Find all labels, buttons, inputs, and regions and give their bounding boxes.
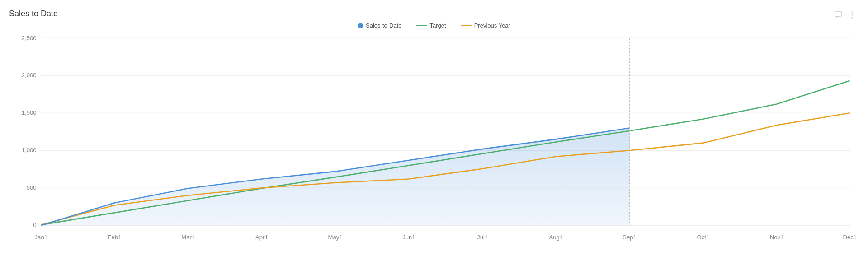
legend: Sales-to-Date Target Previous Year [9, 22, 859, 29]
y-label-2500: 2,500 [22, 34, 37, 41]
legend-line-target [416, 25, 427, 26]
y-label-1500: 1,500 [22, 109, 37, 116]
x-label-may: May1 [328, 234, 343, 241]
x-label-sep: Sep1 [623, 234, 637, 241]
x-label-oct: Oct1 [697, 234, 709, 241]
legend-prev: Previous Year [461, 22, 510, 29]
x-label-jan: Jan1 [35, 234, 47, 241]
x-label-dec: Dec1 [843, 234, 857, 241]
legend-label-sales: Sales-to-Date [366, 22, 401, 29]
chart-container: Sales to Date Sales-to-Date Target [0, 0, 868, 265]
svg-point-1 [852, 12, 853, 13]
y-label-0: 0 [33, 222, 36, 228]
y-label-1000: 1,000 [22, 147, 37, 153]
chart-svg: 2,500 2,000 1,500 1,000 500 0 Jan1 Feb1 … [9, 33, 859, 249]
x-label-nov: Nov1 [770, 234, 784, 241]
x-label-mar: Mar1 [181, 234, 195, 241]
legend-target: Target [416, 22, 446, 29]
legend-label-prev: Previous Year [474, 22, 510, 29]
svg-rect-0 [835, 11, 841, 16]
y-label-2000: 2,000 [22, 72, 37, 79]
x-label-apr: Apr1 [255, 234, 268, 241]
svg-point-3 [852, 17, 853, 19]
x-label-jul: Jul1 [477, 234, 488, 241]
legend-line-prev [461, 25, 472, 26]
legend-label-target: Target [430, 22, 446, 29]
chart-title: Sales to Date [9, 9, 859, 19]
x-label-jun: Jun1 [402, 234, 415, 241]
chart-icons [834, 10, 857, 22]
legend-sales: Sales-to-Date [358, 22, 401, 29]
legend-dot-sales [358, 23, 363, 28]
more-options-icon[interactable] [847, 10, 857, 22]
comment-icon[interactable] [834, 10, 844, 22]
svg-point-2 [852, 14, 853, 16]
y-label-500: 500 [27, 184, 37, 191]
x-label-feb: Feb1 [108, 234, 122, 241]
x-label-aug: Aug1 [549, 234, 563, 241]
chart-area: 2,500 2,000 1,500 1,000 500 0 Jan1 Feb1 … [9, 33, 859, 249]
